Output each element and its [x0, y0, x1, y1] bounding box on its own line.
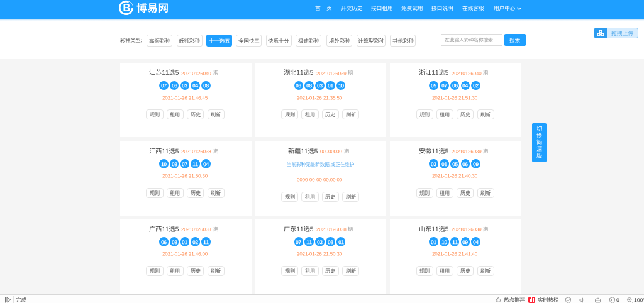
svg-text:B: B — [123, 2, 130, 13]
